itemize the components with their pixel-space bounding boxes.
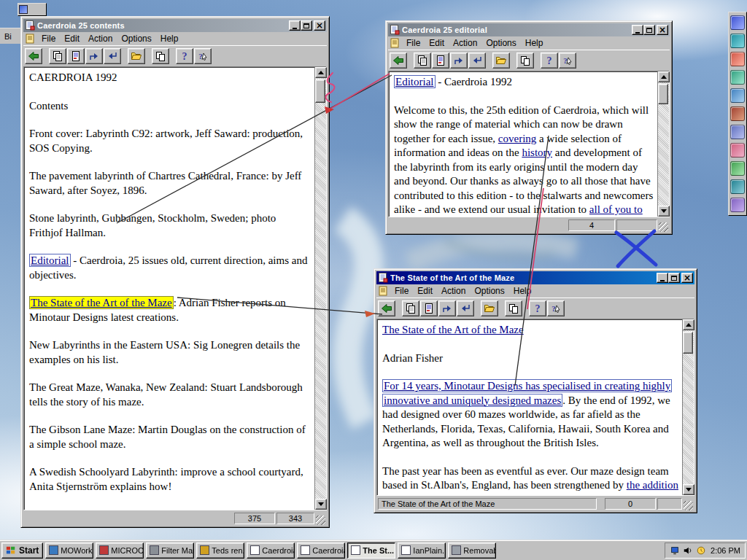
minimize-button[interactable] [632, 25, 643, 35]
scroll-thumb[interactable] [658, 84, 668, 104]
taskbar-button-caerdroia[interactable]: Caerdroia... [297, 542, 345, 559]
taskbar-button-teds-ren[interactable]: Teds ren... [196, 542, 244, 559]
context-help-button[interactable]: ? [547, 300, 565, 316]
taskbar-button-moworks[interactable]: MOWorks [45, 542, 93, 559]
menu-edit[interactable]: Edit [60, 33, 84, 44]
power-icon[interactable] [670, 545, 680, 556]
dock-icon-11[interactable] [730, 198, 745, 212]
copy-pages-button[interactable] [505, 300, 522, 316]
scroll-up-button[interactable] [658, 71, 670, 82]
vertical-scrollbar[interactable] [682, 319, 694, 495]
back-arrow-button[interactable] [390, 52, 407, 69]
dock-icon-9[interactable] [730, 161, 745, 176]
scroll-down-button[interactable] [315, 499, 327, 510]
jump-out-button[interactable] [450, 52, 468, 69]
hyperlink-anchor[interactable]: history [522, 147, 552, 158]
dock-icon-10[interactable] [730, 179, 745, 194]
jump-out-button[interactable] [85, 48, 103, 64]
copy-doc-button[interactable] [414, 52, 431, 69]
menu-edit[interactable]: Edit [425, 37, 449, 49]
scroll-down-button[interactable] [683, 484, 694, 495]
taskbar-button-caerdroia[interactable]: Caerdroia... [247, 542, 295, 559]
back-arrow-button[interactable] [378, 300, 395, 316]
scroll-up-button[interactable] [315, 67, 327, 78]
menu-options[interactable]: Options [481, 37, 520, 49]
resize-grip[interactable] [684, 501, 693, 510]
menu-help[interactable]: Help [521, 37, 548, 49]
menu-file[interactable]: File [37, 33, 60, 44]
scroll-thumb[interactable] [315, 79, 325, 103]
maximize-button[interactable] [668, 273, 680, 283]
menu-action[interactable]: Action [449, 37, 481, 49]
menu-action[interactable]: Action [437, 285, 470, 297]
hyperlink-anchor[interactable]: The State of the Art of the Maze [29, 296, 174, 309]
jump-out-button[interactable] [438, 300, 456, 316]
hyperlink-anchor[interactable]: Editorial [29, 254, 71, 267]
dock-icon-8[interactable] [730, 143, 745, 158]
schedule-icon[interactable] [696, 545, 706, 556]
menu-options[interactable]: Options [470, 285, 508, 297]
hyperlink-anchor[interactable]: covering [498, 133, 536, 144]
resize-grip[interactable] [316, 516, 325, 525]
title-bar[interactable]: Caerdroia 25 contents × [23, 19, 327, 32]
scroll-track[interactable] [683, 330, 694, 484]
menu-file[interactable]: File [390, 285, 413, 297]
minimize-button[interactable] [657, 273, 668, 283]
link-doc-button[interactable] [432, 52, 449, 69]
context-help-button[interactable]: ? [194, 48, 212, 64]
scroll-up-button[interactable] [683, 319, 694, 330]
resize-grip[interactable] [659, 222, 668, 232]
title-bar[interactable]: The State of the Art of the Maze × [376, 271, 694, 284]
dock-icon-3[interactable] [730, 52, 745, 66]
open-folder-button[interactable] [492, 52, 510, 69]
scroll-thumb[interactable] [683, 332, 693, 354]
dock-icon-5[interactable] [730, 88, 745, 103]
scroll-down-button[interactable] [658, 206, 670, 217]
scroll-track[interactable] [315, 78, 326, 499]
copy-pages-button[interactable] [152, 48, 169, 64]
menu-edit[interactable]: Edit [413, 285, 437, 297]
taskbar-button-removab[interactable]: Removab... [448, 542, 496, 559]
taskbar-button-microc[interactable]: MICROC... [96, 542, 144, 559]
speaker-icon[interactable] [683, 545, 693, 556]
vertical-scrollbar[interactable] [657, 71, 669, 217]
context-help-button[interactable]: ? [559, 52, 576, 69]
title-bar[interactable]: Caerdroia 25 editorial × [388, 23, 670, 36]
close-button[interactable]: × [681, 273, 693, 283]
jump-in-button[interactable] [457, 300, 474, 316]
dock-icon-1[interactable] [730, 15, 745, 30]
jump-in-button[interactable] [104, 48, 121, 64]
vertical-scrollbar[interactable] [314, 67, 326, 510]
open-folder-button[interactable] [481, 300, 498, 316]
copy-doc-button[interactable] [402, 300, 419, 316]
hyperlink-anchor[interactable]: Editorial [394, 75, 436, 88]
back-arrow-button[interactable] [25, 48, 42, 64]
copy-doc-button[interactable] [49, 48, 66, 64]
hyperlink-anchor[interactable]: The State of the Art of the Maze [382, 324, 524, 335]
start-button[interactable]: Start [1, 542, 43, 559]
link-doc-button[interactable] [420, 300, 438, 316]
link-doc-button[interactable] [67, 48, 85, 64]
menu-help[interactable]: Help [156, 33, 183, 44]
taskbar-button-filter-man[interactable]: Filter Man... [146, 542, 194, 559]
close-button[interactable]: × [314, 20, 325, 31]
scroll-track[interactable] [658, 82, 669, 206]
taskbar-button-ianplain[interactable]: IanPlain... [398, 542, 446, 559]
menu-action[interactable]: Action [84, 33, 117, 44]
maximize-button[interactable] [643, 25, 655, 35]
dock-icon-4[interactable] [730, 70, 745, 85]
copy-pages-button[interactable] [516, 52, 534, 69]
help-button[interactable]: ? [176, 48, 193, 64]
dock-icon-7[interactable] [730, 125, 745, 139]
menu-help[interactable]: Help [509, 285, 536, 297]
maximize-button[interactable] [301, 20, 312, 31]
help-button[interactable]: ? [541, 52, 558, 69]
jump-in-button[interactable] [468, 52, 486, 69]
taskbar-button-the-st[interactable]: The St... [347, 542, 395, 559]
minimize-button[interactable] [289, 20, 301, 31]
menu-options[interactable]: Options [117, 33, 155, 44]
menu-file[interactable]: File [402, 37, 425, 49]
dock-icon-2[interactable] [730, 34, 745, 48]
help-button[interactable]: ? [529, 300, 546, 316]
dock-icon-6[interactable] [730, 106, 745, 121]
